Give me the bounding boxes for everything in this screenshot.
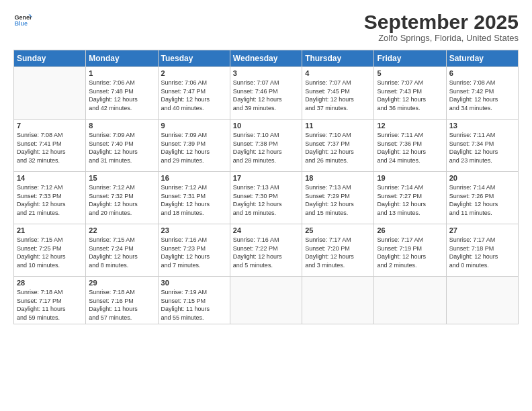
day-number: 5 xyxy=(377,69,443,77)
col-wednesday: Wednesday xyxy=(230,50,302,67)
table-cell xyxy=(14,67,86,120)
table-cell: 19Sunrise: 7:14 AMSunset: 7:27 PMDayligh… xyxy=(374,172,446,224)
table-cell: 7Sunrise: 7:08 AMSunset: 7:41 PMDaylight… xyxy=(14,120,86,172)
day-number: 2 xyxy=(161,69,227,77)
week-row-2: 7Sunrise: 7:08 AMSunset: 7:41 PMDaylight… xyxy=(14,120,519,172)
table-cell: 15Sunrise: 7:12 AMSunset: 7:32 PMDayligh… xyxy=(86,172,158,224)
day-info: Sunrise: 7:07 AMSunset: 7:46 PMDaylight:… xyxy=(233,79,299,112)
day-info: Sunrise: 7:11 AMSunset: 7:34 PMDaylight:… xyxy=(449,131,515,165)
table-cell: 20Sunrise: 7:14 AMSunset: 7:26 PMDayligh… xyxy=(446,172,518,224)
week-row-1: 1Sunrise: 7:06 AMSunset: 7:48 PMDaylight… xyxy=(14,67,519,120)
day-number: 19 xyxy=(377,174,443,182)
table-cell: 29Sunrise: 7:18 AMSunset: 7:16 PMDayligh… xyxy=(86,277,158,324)
day-info: Sunrise: 7:09 AMSunset: 7:39 PMDaylight:… xyxy=(161,131,227,165)
day-number: 8 xyxy=(89,122,154,130)
day-info: Sunrise: 7:07 AMSunset: 7:43 PMDaylight:… xyxy=(377,79,443,112)
calendar-header-row: Sunday Monday Tuesday Wednesday Thursday… xyxy=(14,50,519,67)
table-cell: 4Sunrise: 7:07 AMSunset: 7:45 PMDaylight… xyxy=(302,67,374,120)
page-title: September 2025 xyxy=(364,11,519,33)
day-number: 21 xyxy=(17,226,83,234)
table-cell xyxy=(230,277,302,324)
day-number: 16 xyxy=(161,174,227,182)
day-number: 23 xyxy=(161,226,227,234)
week-row-5: 28Sunrise: 7:18 AMSunset: 7:17 PMDayligh… xyxy=(14,277,519,324)
table-cell: 9Sunrise: 7:09 AMSunset: 7:39 PMDaylight… xyxy=(158,120,230,172)
day-info: Sunrise: 7:14 AMSunset: 7:27 PMDaylight:… xyxy=(377,183,443,217)
table-cell: 24Sunrise: 7:16 AMSunset: 7:22 PMDayligh… xyxy=(230,224,302,277)
table-cell xyxy=(374,277,446,324)
page: General Blue September 2025 Zolfo Spring… xyxy=(0,0,532,411)
table-cell: 22Sunrise: 7:15 AMSunset: 7:24 PMDayligh… xyxy=(86,224,158,277)
day-info: Sunrise: 7:15 AMSunset: 7:25 PMDaylight:… xyxy=(17,236,83,269)
table-cell: 10Sunrise: 7:10 AMSunset: 7:38 PMDayligh… xyxy=(230,120,302,172)
table-cell: 3Sunrise: 7:07 AMSunset: 7:46 PMDaylight… xyxy=(230,67,302,120)
day-number: 1 xyxy=(89,69,154,77)
day-info: Sunrise: 7:18 AMSunset: 7:16 PMDaylight:… xyxy=(89,288,154,322)
table-cell: 27Sunrise: 7:17 AMSunset: 7:18 PMDayligh… xyxy=(446,224,518,277)
day-info: Sunrise: 7:16 AMSunset: 7:23 PMDaylight:… xyxy=(161,236,227,269)
day-info: Sunrise: 7:16 AMSunset: 7:22 PMDaylight:… xyxy=(233,236,299,269)
day-info: Sunrise: 7:18 AMSunset: 7:17 PMDaylight:… xyxy=(17,288,83,322)
day-info: Sunrise: 7:17 AMSunset: 7:18 PMDaylight:… xyxy=(449,236,515,269)
day-info: Sunrise: 7:11 AMSunset: 7:36 PMDaylight:… xyxy=(377,131,443,165)
day-number: 4 xyxy=(305,69,371,77)
day-number: 13 xyxy=(449,122,515,130)
page-subtitle: Zolfo Springs, Florida, United States xyxy=(364,33,519,43)
logo-icon: General Blue xyxy=(13,11,32,30)
day-number: 9 xyxy=(161,122,227,130)
table-cell xyxy=(446,277,518,324)
day-number: 29 xyxy=(89,279,154,287)
day-number: 27 xyxy=(449,226,515,234)
col-thursday: Thursday xyxy=(302,50,374,67)
table-cell: 2Sunrise: 7:06 AMSunset: 7:47 PMDaylight… xyxy=(158,67,230,120)
table-cell: 8Sunrise: 7:09 AMSunset: 7:40 PMDaylight… xyxy=(86,120,158,172)
table-cell: 23Sunrise: 7:16 AMSunset: 7:23 PMDayligh… xyxy=(158,224,230,277)
day-info: Sunrise: 7:19 AMSunset: 7:15 PMDaylight:… xyxy=(161,288,227,322)
day-number: 7 xyxy=(17,122,83,130)
day-number: 22 xyxy=(89,226,154,234)
day-number: 24 xyxy=(233,226,299,234)
table-cell: 28Sunrise: 7:18 AMSunset: 7:17 PMDayligh… xyxy=(14,277,86,324)
day-info: Sunrise: 7:17 AMSunset: 7:19 PMDaylight:… xyxy=(377,236,443,269)
day-info: Sunrise: 7:08 AMSunset: 7:41 PMDaylight:… xyxy=(17,131,83,165)
table-cell: 18Sunrise: 7:13 AMSunset: 7:29 PMDayligh… xyxy=(302,172,374,224)
day-number: 25 xyxy=(305,226,371,234)
day-info: Sunrise: 7:10 AMSunset: 7:38 PMDaylight:… xyxy=(233,131,299,165)
day-info: Sunrise: 7:07 AMSunset: 7:45 PMDaylight:… xyxy=(305,79,371,112)
table-cell: 16Sunrise: 7:12 AMSunset: 7:31 PMDayligh… xyxy=(158,172,230,224)
day-info: Sunrise: 7:06 AMSunset: 7:47 PMDaylight:… xyxy=(161,79,227,112)
logo: General Blue xyxy=(13,11,32,30)
day-number: 3 xyxy=(233,69,299,77)
svg-text:Blue: Blue xyxy=(14,20,28,27)
day-number: 12 xyxy=(377,122,443,130)
day-info: Sunrise: 7:13 AMSunset: 7:29 PMDaylight:… xyxy=(305,183,371,217)
col-monday: Monday xyxy=(86,50,158,67)
week-row-3: 14Sunrise: 7:12 AMSunset: 7:33 PMDayligh… xyxy=(14,172,519,224)
col-tuesday: Tuesday xyxy=(158,50,230,67)
table-cell: 30Sunrise: 7:19 AMSunset: 7:15 PMDayligh… xyxy=(158,277,230,324)
day-info: Sunrise: 7:08 AMSunset: 7:42 PMDaylight:… xyxy=(449,79,515,112)
week-row-4: 21Sunrise: 7:15 AMSunset: 7:25 PMDayligh… xyxy=(14,224,519,277)
table-cell: 5Sunrise: 7:07 AMSunset: 7:43 PMDaylight… xyxy=(374,67,446,120)
col-saturday: Saturday xyxy=(446,50,518,67)
table-cell: 12Sunrise: 7:11 AMSunset: 7:36 PMDayligh… xyxy=(374,120,446,172)
col-sunday: Sunday xyxy=(14,50,86,67)
header: General Blue September 2025 Zolfo Spring… xyxy=(13,11,519,43)
table-cell xyxy=(302,277,374,324)
table-cell: 26Sunrise: 7:17 AMSunset: 7:19 PMDayligh… xyxy=(374,224,446,277)
day-number: 11 xyxy=(305,122,371,130)
table-cell: 6Sunrise: 7:08 AMSunset: 7:42 PMDaylight… xyxy=(446,67,518,120)
day-number: 26 xyxy=(377,226,443,234)
table-cell: 17Sunrise: 7:13 AMSunset: 7:30 PMDayligh… xyxy=(230,172,302,224)
day-info: Sunrise: 7:06 AMSunset: 7:48 PMDaylight:… xyxy=(89,79,154,112)
day-number: 15 xyxy=(89,174,154,182)
day-info: Sunrise: 7:12 AMSunset: 7:31 PMDaylight:… xyxy=(161,183,227,217)
table-cell: 13Sunrise: 7:11 AMSunset: 7:34 PMDayligh… xyxy=(446,120,518,172)
day-info: Sunrise: 7:12 AMSunset: 7:33 PMDaylight:… xyxy=(17,183,83,217)
day-number: 20 xyxy=(449,174,515,182)
table-cell: 21Sunrise: 7:15 AMSunset: 7:25 PMDayligh… xyxy=(14,224,86,277)
table-cell: 11Sunrise: 7:10 AMSunset: 7:37 PMDayligh… xyxy=(302,120,374,172)
day-info: Sunrise: 7:10 AMSunset: 7:37 PMDaylight:… xyxy=(305,131,371,165)
day-info: Sunrise: 7:09 AMSunset: 7:40 PMDaylight:… xyxy=(89,131,154,165)
day-info: Sunrise: 7:12 AMSunset: 7:32 PMDaylight:… xyxy=(89,183,154,217)
